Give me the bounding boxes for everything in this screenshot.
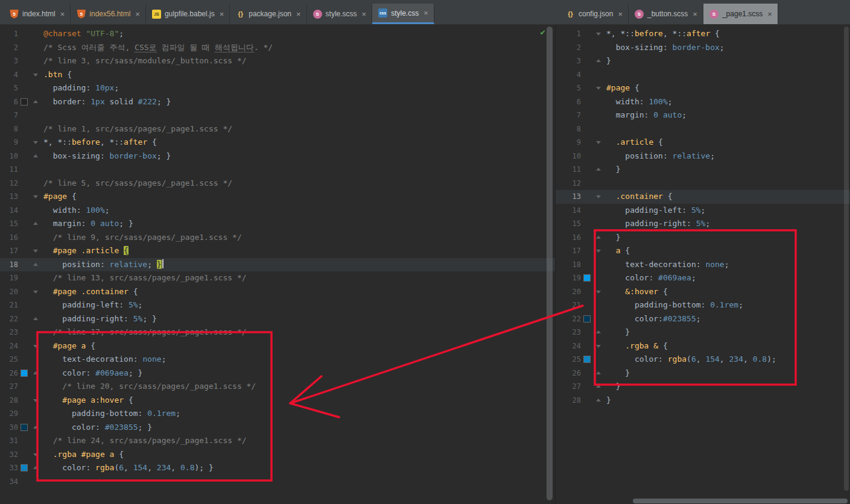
code-line[interactable]: 9 .article { (556, 136, 850, 150)
fold-icon[interactable] (592, 81, 604, 95)
color-swatch[interactable] (21, 99, 27, 105)
fold-icon[interactable] (30, 136, 41, 150)
code-line[interactable]: 10 box-sizing: border-box; } (0, 150, 555, 163)
code-line[interactable]: 34 (0, 475, 555, 489)
fold-icon[interactable] (592, 231, 604, 245)
fold-icon[interactable] (30, 285, 41, 299)
code-line[interactable]: 31 /* line 24, src/sass/pages/_page1.scs… (0, 434, 555, 448)
code-line[interactable]: 4 (556, 68, 850, 82)
code-line[interactable]: 10 position: relative; (556, 150, 850, 163)
fold-icon[interactable] (592, 380, 604, 394)
code-line[interactable]: 23 /* line 17, src/sass/pages/_page1.scs… (0, 326, 555, 339)
vertical-scrollbar-thumb[interactable] (844, 27, 849, 491)
code-line[interactable]: 5 padding: 10px; (0, 81, 555, 95)
code-line[interactable]: 21 padding-left: 5%; (0, 298, 555, 312)
code-line[interactable]: 30 color: #023855; } (0, 421, 555, 435)
code-line[interactable]: 6 border: 1px solid #222; } (0, 95, 555, 109)
horizontal-scrollbar-thumb[interactable] (633, 499, 848, 503)
code-line[interactable]: 33 color: rgba(6, 154, 234, 0.8); } (0, 461, 555, 475)
fold-icon[interactable] (592, 339, 604, 353)
code-line[interactable]: 24 #page a { (0, 339, 555, 353)
color-swatch[interactable] (21, 465, 27, 471)
tab-page1-scss[interactable]: S_page1.scss× (703, 4, 778, 24)
code-line[interactable]: 13#page { (0, 190, 555, 204)
code-line[interactable]: 12 (556, 177, 850, 191)
code-line[interactable]: 4.btn { (0, 68, 555, 82)
code-line[interactable]: 26 } (556, 367, 850, 380)
close-icon[interactable]: × (135, 10, 140, 18)
code-line[interactable]: 3} (556, 54, 850, 68)
code-line[interactable]: 2/* Scss 여러줄 주석, CSS로 컴파일 될 때 해석됩니다. */ (0, 41, 555, 55)
code-line[interactable]: 22 color:#023855; (556, 312, 850, 326)
color-swatch[interactable] (21, 370, 27, 376)
tab-button-scss[interactable]: S_button.scss× (629, 4, 703, 24)
color-swatch[interactable] (21, 424, 27, 430)
code-line[interactable]: 25 color: rgba(6, 154, 234, 0.8); (556, 353, 850, 367)
fold-icon[interactable] (30, 448, 41, 462)
code-line[interactable]: 20 &:hover { (556, 285, 850, 299)
close-icon[interactable]: × (693, 10, 697, 18)
close-icon[interactable]: × (296, 10, 301, 18)
fold-icon[interactable] (30, 258, 41, 272)
code-line[interactable]: 15 padding-right: 5%; (556, 217, 850, 231)
code-line[interactable]: 18 position: relative; } (0, 258, 555, 272)
code-line[interactable]: 19 /* line 13, src/sass/pages/_page1.scs… (0, 271, 555, 285)
code-line[interactable]: 16 } (556, 231, 850, 245)
code-line[interactable]: 12/* line 5, src/sass/pages/_page1.scss … (0, 177, 555, 191)
fold-icon[interactable] (592, 27, 604, 41)
code-line[interactable]: 29 padding-bottom: 0.1rem; (0, 407, 555, 421)
fold-icon[interactable] (30, 367, 41, 380)
fold-icon[interactable] (30, 312, 41, 326)
fold-icon[interactable] (592, 136, 604, 150)
tab-package-json[interactable]: {}package.json× (230, 4, 306, 24)
fold-icon[interactable] (592, 163, 604, 177)
code-line[interactable]: 2 box-sizing: border-box; (556, 41, 850, 55)
code-line[interactable]: 6 width: 100%; (556, 95, 850, 109)
close-icon[interactable]: × (767, 10, 772, 18)
code-line[interactable]: 22 padding-right: 5%; } (0, 312, 555, 326)
code-line[interactable]: 25 text-decoration: none; (0, 353, 555, 367)
color-swatch[interactable] (584, 275, 590, 281)
code-line[interactable]: 23 } (556, 326, 850, 339)
code-line[interactable]: 15 margin: 0 auto; } (0, 217, 555, 231)
code-line[interactable]: 26 color: #069aea; } (0, 367, 555, 380)
vertical-scrollbar-thumb[interactable] (547, 27, 553, 500)
code-line[interactable]: 21 padding-bottom: 0.1rem; (556, 298, 850, 312)
fold-icon[interactable] (30, 95, 41, 109)
code-line[interactable]: 16 /* line 9, src/sass/pages/_page1.scss… (0, 231, 555, 245)
code-line[interactable]: 7 margin: 0 auto; (556, 109, 850, 122)
code-line[interactable]: 7 (0, 109, 555, 122)
code-line[interactable]: 28} (556, 394, 850, 408)
fold-icon[interactable] (30, 421, 41, 435)
fold-icon[interactable] (592, 326, 604, 339)
fold-icon[interactable] (30, 68, 41, 82)
fold-icon[interactable] (30, 339, 41, 353)
code-line[interactable]: 14 width: 100%; (0, 204, 555, 218)
code-line[interactable]: 13 .container { (556, 190, 850, 204)
code-line[interactable]: 32 .rgba #page a { (0, 448, 555, 462)
fold-icon[interactable] (30, 394, 41, 408)
code-line[interactable]: 14 padding-left: 5%; (556, 204, 850, 218)
fold-icon[interactable] (30, 461, 41, 475)
close-icon[interactable]: × (618, 10, 623, 18)
color-swatch[interactable] (584, 356, 590, 362)
code-line[interactable]: 19 color: #069aea; (556, 271, 850, 285)
tab-style-css[interactable]: cssstyle.css× (372, 4, 434, 24)
code-line[interactable]: 9*, *::before, *::after { (0, 136, 555, 150)
tab-style-scss[interactable]: Sstyle.scss× (307, 4, 373, 24)
code-line[interactable]: 27 /* line 20, src/sass/pages/_page1.scs… (0, 380, 555, 394)
code-line[interactable]: 5#page { (556, 81, 850, 95)
close-icon[interactable]: × (220, 10, 224, 18)
code-line[interactable]: 11 (0, 163, 555, 177)
code-line[interactable]: 28 #page a:hover { (0, 394, 555, 408)
close-icon[interactable]: × (362, 10, 367, 18)
fold-icon[interactable] (592, 244, 604, 258)
fold-icon[interactable] (592, 190, 604, 204)
fold-icon[interactable] (592, 367, 604, 380)
code-line[interactable]: 1*, *::before, *::after { (556, 27, 850, 41)
close-icon[interactable]: × (60, 10, 65, 18)
color-swatch[interactable] (584, 316, 590, 322)
fold-icon[interactable] (30, 190, 41, 204)
code-line[interactable]: 3/* line 3, src/sass/modules/_button.scs… (0, 54, 555, 68)
fold-icon[interactable] (592, 285, 604, 299)
